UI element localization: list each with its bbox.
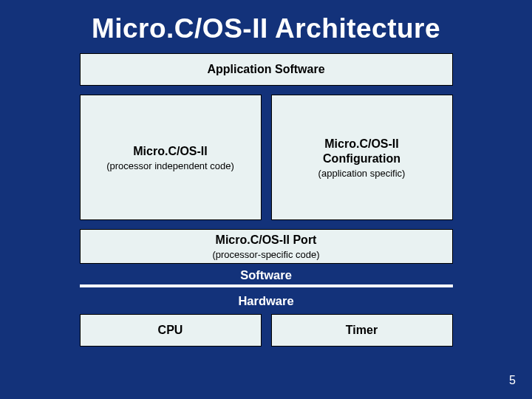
microcos-core-sub: (processor independent code) <box>106 160 234 171</box>
sw-hw-divider <box>80 284 453 287</box>
middle-row: Micro.C/OS-II (processor independent cod… <box>80 95 453 220</box>
microcos-port-title: Micro.C/OS-II Port <box>216 233 317 248</box>
slide-title: Micro.C/OS-II Architecture <box>92 13 440 44</box>
timer-box: Timer <box>271 314 453 347</box>
slide: Micro.C/OS-II Architecture Application S… <box>0 0 532 399</box>
microcos-config-sub: (application specific) <box>318 168 406 179</box>
hardware-label: Hardware <box>80 294 453 308</box>
timer-label: Timer <box>346 323 378 338</box>
cpu-box: CPU <box>80 314 262 347</box>
microcos-port-box: Micro.C/OS-II Port (processor-specific c… <box>80 229 453 264</box>
microcos-config-title: Micro.C/OS-II Configuration <box>299 137 425 166</box>
software-label: Software <box>80 268 453 282</box>
cpu-label: CPU <box>158 323 183 338</box>
application-software-box: Application Software <box>80 53 453 86</box>
microcos-core-title: Micro.C/OS-II <box>133 144 207 159</box>
hardware-row: CPU Timer <box>80 314 453 347</box>
microcos-config-box: Micro.C/OS-II Configuration (application… <box>271 95 453 220</box>
microcos-core-box: Micro.C/OS-II (processor independent cod… <box>80 95 262 220</box>
page-number: 5 <box>509 374 516 387</box>
architecture-diagram: Application Software Micro.C/OS-II (proc… <box>80 53 453 347</box>
application-software-label: Application Software <box>207 62 324 77</box>
microcos-port-sub: (processor-specific code) <box>212 249 319 260</box>
